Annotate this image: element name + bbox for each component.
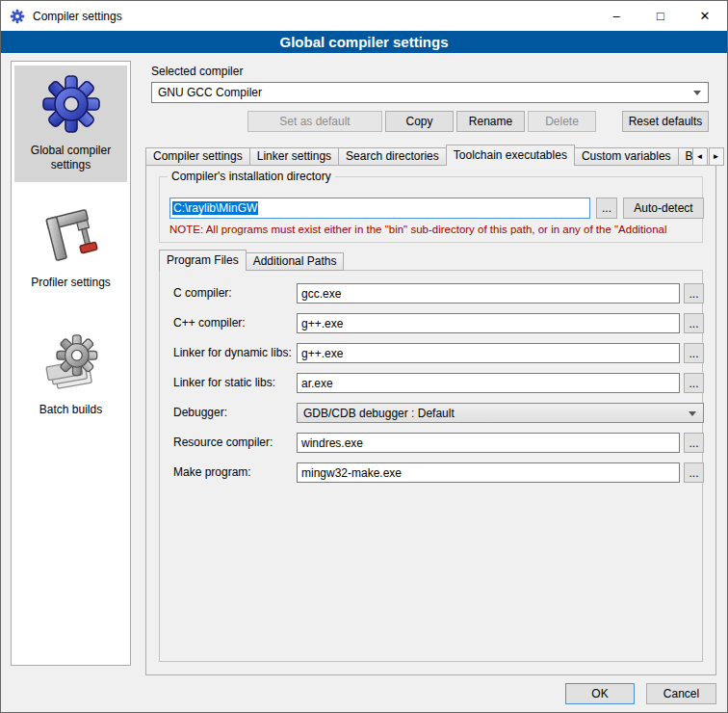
chevron-down-icon bbox=[693, 91, 701, 95]
linker-dynamic-browse-button[interactable]: ... bbox=[684, 343, 704, 363]
installation-directory-input[interactable]: C:\raylib\MinGW bbox=[169, 198, 590, 219]
compiler-select[interactable]: GNU GCC Compiler bbox=[151, 82, 709, 103]
settings-tab-bar: Compiler settings Linker settings Search… bbox=[145, 145, 716, 166]
c-compiler-input[interactable] bbox=[297, 283, 680, 304]
tab-compiler-settings[interactable]: Compiler settings bbox=[145, 147, 250, 166]
sidebar-item-label: Batch builds bbox=[39, 403, 102, 417]
tab-linker-settings[interactable]: Linker settings bbox=[249, 147, 339, 166]
page-title: Global compiler settings bbox=[1, 31, 727, 53]
copy-button[interactable]: Copy bbox=[385, 111, 454, 132]
compiler-select-value: GNU GCC Compiler bbox=[158, 86, 262, 99]
linker-dynamic-label: Linker for dynamic libs: bbox=[173, 343, 292, 363]
debugger-select[interactable]: GDB/CDB debugger : Default bbox=[297, 403, 704, 423]
maximize-button[interactable]: □ bbox=[638, 1, 683, 31]
delete-button[interactable]: Delete bbox=[528, 111, 596, 132]
tab-toolchain-executables[interactable]: Toolchain executables bbox=[446, 145, 575, 166]
make-program-browse-button[interactable]: ... bbox=[684, 462, 704, 483]
make-program-input[interactable] bbox=[297, 462, 680, 483]
sidebar-item-global-compiler-settings[interactable]: Global compiler settings bbox=[14, 66, 127, 182]
title-bar: Compiler settings – □ ✕ bbox=[1, 1, 727, 31]
installation-note: NOTE: All programs must exist either in … bbox=[169, 224, 702, 235]
sidebar-item-batch-builds[interactable]: Batch builds bbox=[14, 325, 127, 427]
batch-builds-icon bbox=[40, 332, 102, 394]
close-button[interactable]: ✕ bbox=[683, 1, 727, 31]
make-program-label: Make program: bbox=[173, 462, 251, 483]
linker-dynamic-input[interactable] bbox=[297, 343, 680, 363]
set-as-default-button[interactable]: Set as default bbox=[247, 111, 382, 132]
installation-directory-browse-button[interactable]: ... bbox=[596, 198, 617, 219]
subtab-additional-paths[interactable]: Additional Paths bbox=[246, 252, 345, 271]
minimize-button[interactable]: – bbox=[594, 1, 638, 31]
debugger-select-value: GDB/CDB debugger : Default bbox=[303, 407, 455, 420]
profiler-icon bbox=[40, 205, 102, 267]
reset-defaults-button[interactable]: Reset defaults bbox=[622, 111, 709, 132]
resource-compiler-browse-button[interactable]: ... bbox=[684, 433, 704, 453]
app-icon bbox=[10, 9, 25, 24]
toolchain-executables-pane: Compiler's installation directory C:\ray… bbox=[145, 165, 716, 675]
installation-directory-selected-text: C:\raylib\MinGW bbox=[172, 201, 258, 215]
cpp-compiler-input[interactable] bbox=[297, 313, 680, 333]
tab-scroll-right-icon[interactable]: ► bbox=[709, 147, 724, 166]
resource-compiler-label: Resource compiler: bbox=[173, 433, 273, 453]
program-files-pane: C compiler: ... C++ compiler: ... Linker… bbox=[159, 270, 703, 662]
selected-compiler-label: Selected compiler bbox=[151, 65, 243, 78]
installation-directory-group: Compiler's installation directory C:\ray… bbox=[159, 176, 703, 243]
c-compiler-browse-button[interactable]: ... bbox=[684, 283, 704, 304]
gear-icon bbox=[40, 73, 102, 135]
sidebar-item-label: Global compiler settings bbox=[14, 144, 127, 172]
tab-search-directories[interactable]: Search directories bbox=[338, 147, 447, 166]
linker-static-input[interactable] bbox=[297, 373, 680, 393]
sidebar-item-profiler-settings[interactable]: Profiler settings bbox=[14, 198, 127, 300]
settings-sidebar: Global compiler settings Profiler settin… bbox=[11, 61, 131, 666]
cpp-compiler-browse-button[interactable]: ... bbox=[684, 313, 704, 333]
auto-detect-button[interactable]: Auto-detect bbox=[623, 198, 704, 219]
installation-directory-group-title: Compiler's installation directory bbox=[168, 170, 335, 183]
cpp-compiler-label: C++ compiler: bbox=[173, 313, 246, 333]
ok-button[interactable]: OK bbox=[565, 683, 635, 704]
c-compiler-label: C compiler: bbox=[173, 283, 232, 304]
tab-custom-variables[interactable]: Custom variables bbox=[574, 147, 679, 166]
cancel-button[interactable]: Cancel bbox=[646, 683, 716, 704]
linker-static-browse-button[interactable]: ... bbox=[684, 373, 704, 393]
tab-scroll-left-icon[interactable]: ◄ bbox=[692, 147, 708, 166]
window-title: Compiler settings bbox=[33, 10, 122, 23]
program-files-tab-bar: Program Files Additional Paths bbox=[159, 251, 343, 271]
window-controls: – □ ✕ bbox=[594, 1, 727, 31]
linker-static-label: Linker for static libs: bbox=[173, 373, 275, 393]
resource-compiler-input[interactable] bbox=[297, 433, 680, 453]
sidebar-item-label: Profiler settings bbox=[31, 276, 111, 290]
debugger-label: Debugger: bbox=[173, 403, 227, 423]
compiler-settings-dialog: Compiler settings – □ ✕ Global compiler … bbox=[0, 0, 728, 713]
subtab-program-files[interactable]: Program Files bbox=[159, 250, 247, 271]
chevron-down-icon bbox=[689, 411, 696, 416]
tab-build-options[interactable]: Buil bbox=[678, 147, 693, 166]
rename-button[interactable]: Rename bbox=[456, 111, 525, 132]
